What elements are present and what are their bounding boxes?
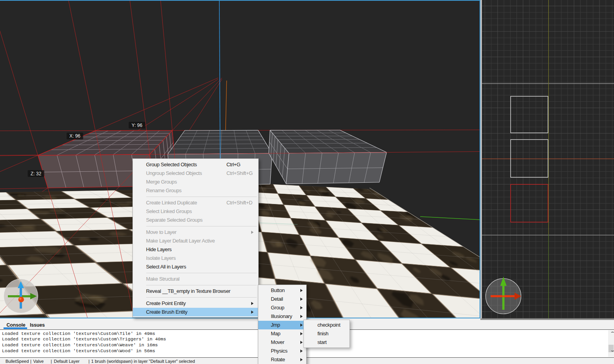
svg-text:X: 96: X: 96 [69, 133, 80, 139]
svg-text:Y: 96: Y: 96 [132, 123, 143, 128]
svg-text:Z: 32: Z: 32 [31, 171, 42, 176]
